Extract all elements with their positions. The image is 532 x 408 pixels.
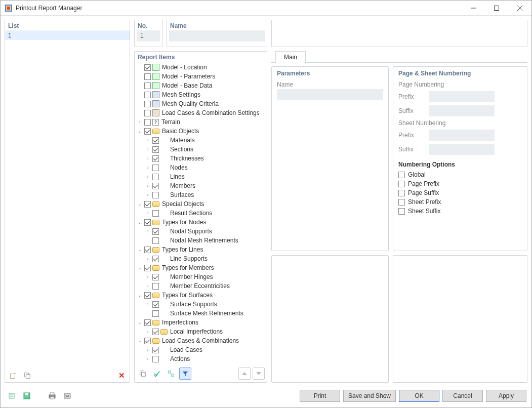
chevron-icon[interactable] — [145, 165, 151, 171]
chevron-icon[interactable] — [145, 347, 151, 353]
tree-row[interactable]: Imperfections — [137, 318, 267, 327]
tree-row[interactable]: Actions — [137, 354, 267, 363]
chevron-icon[interactable] — [137, 119, 143, 125]
chevron-icon[interactable] — [137, 247, 143, 253]
tree-row[interactable]: Surface Mesh Refinements — [137, 309, 267, 318]
checkbox[interactable] — [152, 274, 159, 280]
chevron-icon[interactable] — [145, 210, 151, 216]
ok-button[interactable]: OK — [399, 390, 439, 402]
tree-row[interactable]: Lines — [137, 172, 267, 181]
tree-row[interactable]: Mesh Settings — [137, 90, 267, 99]
chevron-icon[interactable] — [145, 183, 151, 189]
checkbox[interactable] — [152, 237, 159, 244]
chevron-icon[interactable] — [145, 146, 151, 152]
tree-row[interactable]: Nodal Mesh Refinements — [137, 236, 267, 245]
page-prefix-field[interactable] — [429, 91, 495, 102]
param-name-field[interactable] — [277, 89, 383, 100]
chevron-icon[interactable] — [137, 319, 143, 325]
tree-row[interactable]: Members — [137, 181, 267, 190]
checkbox[interactable] — [144, 64, 151, 71]
sheet-prefix-field[interactable] — [429, 130, 495, 141]
tree-row[interactable]: Surface Supports — [137, 300, 267, 309]
export-print-button[interactable] — [6, 390, 18, 402]
tree-row[interactable]: Line Supports — [137, 254, 267, 263]
cancel-button[interactable]: Cancel — [442, 390, 483, 402]
chevron-icon[interactable] — [145, 192, 151, 198]
copy-list-button[interactable] — [21, 370, 33, 382]
checkbox[interactable] — [152, 228, 159, 235]
chevron-icon[interactable] — [137, 338, 143, 344]
checkbox[interactable] — [398, 181, 405, 187]
checkbox[interactable] — [152, 210, 159, 217]
tree-row[interactable]: ?Terrain — [137, 117, 267, 127]
checkbox[interactable] — [152, 146, 159, 153]
tree-row[interactable]: Nodes — [137, 163, 267, 172]
chevron-icon[interactable] — [137, 128, 143, 134]
tree-row[interactable]: Types for Members — [137, 263, 267, 272]
save-show-button[interactable]: Save and Show — [343, 390, 396, 402]
tree-scroll[interactable]: Model - LocationModel - ParametersModel … — [135, 63, 267, 365]
copy-tree-button[interactable] — [137, 368, 149, 380]
chevron-icon[interactable] — [145, 228, 151, 234]
checkbox[interactable] — [152, 283, 159, 290]
page-suffix-field[interactable] — [429, 105, 495, 116]
apply-button[interactable]: Apply — [486, 390, 526, 402]
tree-row[interactable]: Types for Surfaces — [137, 291, 267, 300]
print-button[interactable]: Print — [300, 390, 340, 402]
chevron-icon[interactable] — [145, 155, 151, 161]
chevron-icon[interactable] — [145, 256, 151, 262]
chevron-icon[interactable] — [145, 274, 151, 280]
checkbox[interactable] — [152, 310, 159, 317]
new-list-button[interactable] — [7, 370, 19, 382]
checkbox[interactable] — [152, 256, 159, 262]
tree-row[interactable]: Model - Location — [137, 63, 267, 72]
tree-row[interactable]: Member Eccentricities — [137, 281, 267, 291]
checkbox[interactable] — [152, 137, 159, 144]
checkbox[interactable] — [152, 329, 159, 335]
tree-row[interactable]: Load Cases & Combination Settings — [137, 108, 267, 117]
checkbox[interactable] — [152, 301, 159, 308]
tree-row[interactable]: Types for Lines — [137, 245, 267, 254]
close-button[interactable] — [508, 1, 531, 16]
chevron-icon[interactable] — [137, 265, 143, 271]
numbering-option[interactable]: Sheet Prefix — [398, 198, 522, 206]
tree-row[interactable]: Special Objects — [137, 199, 267, 209]
chevron-icon[interactable] — [137, 219, 143, 225]
checkbox[interactable] — [144, 128, 151, 135]
tree-row[interactable]: Member Hinges — [137, 272, 267, 281]
tree-row[interactable]: Model - Base Data — [137, 81, 267, 90]
delete-list-button[interactable]: ✕ — [115, 370, 128, 382]
minimize-button[interactable] — [462, 1, 485, 16]
checkbox[interactable] — [152, 183, 159, 189]
check-all-button[interactable] — [151, 368, 163, 380]
move-up-button[interactable] — [238, 368, 251, 380]
checkbox[interactable] — [398, 190, 405, 196]
maximize-button[interactable] — [485, 1, 508, 16]
checkbox[interactable] — [152, 165, 159, 171]
checkbox[interactable] — [144, 73, 151, 80]
chevron-icon[interactable] — [145, 329, 151, 335]
checkbox[interactable] — [144, 201, 151, 208]
numbering-option[interactable]: Page Suffix — [398, 189, 522, 196]
numbering-option[interactable]: Page Prefix — [398, 180, 522, 187]
tree-row[interactable]: Thicknesses — [137, 154, 267, 163]
checkbox[interactable] — [398, 172, 405, 178]
tree-row[interactable]: Materials — [137, 136, 267, 145]
checkbox[interactable] — [144, 219, 151, 226]
chevron-icon[interactable] — [145, 174, 151, 180]
chevron-icon[interactable] — [137, 201, 143, 207]
checkbox[interactable] — [144, 247, 151, 253]
numbering-option[interactable]: Sheet Suffix — [398, 208, 522, 215]
language-button[interactable]: xA — [61, 390, 73, 402]
checkbox[interactable] — [144, 92, 151, 98]
tree-row[interactable]: Model - Parameters — [137, 72, 267, 81]
checkbox[interactable] — [144, 110, 151, 116]
checkbox[interactable] — [144, 338, 151, 344]
tree-row[interactable]: Types for Nodes — [137, 218, 267, 227]
chevron-icon[interactable] — [137, 292, 143, 298]
numbering-option[interactable]: Global — [398, 171, 522, 178]
checkbox[interactable] — [144, 292, 151, 299]
checkbox[interactable] — [144, 265, 151, 271]
name-input[interactable] — [169, 30, 265, 42]
checkbox[interactable] — [152, 347, 159, 353]
